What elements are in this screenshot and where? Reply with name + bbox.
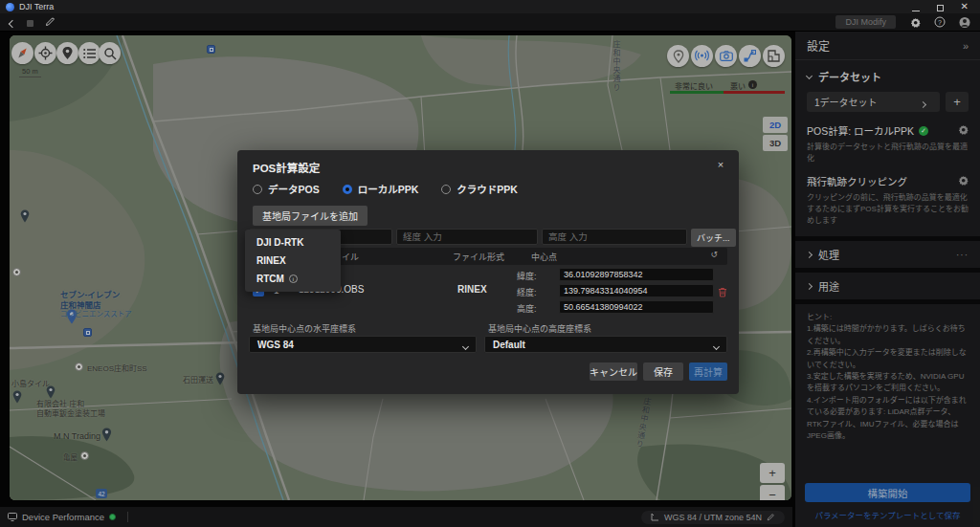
axes-icon	[651, 513, 659, 521]
maximize-button[interactable]	[937, 0, 944, 15]
close-dialog-button[interactable]: ×	[714, 158, 727, 171]
user-avatar-icon[interactable]	[959, 16, 970, 28]
back-button[interactable]	[10, 13, 15, 31]
top-toolbar: DJI Modify ?	[0, 13, 980, 32]
vertical-crs-label: 基地局中心点の高度座標系	[488, 322, 591, 335]
lon-label: 経度:	[517, 286, 537, 298]
vertical-crs-value: Default	[493, 340, 525, 350]
alt-label: 高度:	[517, 302, 537, 315]
longitude-input[interactable]	[396, 229, 538, 245]
dialog-title: POS計算設定	[253, 160, 320, 175]
close-window-button[interactable]: ✕	[961, 2, 969, 11]
dji-drtk-label: DJI D-RTK	[256, 237, 303, 248]
chevron-down-icon	[713, 343, 720, 350]
lat-label: 緯度:	[517, 270, 537, 282]
header-format: ファイル形式	[453, 251, 504, 263]
dropdown-item-rinex[interactable]: RINEX	[245, 252, 341, 270]
radio-cloud-ppk[interactable]: クラウドPPK	[441, 182, 518, 196]
radio-icon	[253, 185, 262, 194]
edit-icon[interactable]	[45, 13, 56, 31]
radio-local-ppk-label: ローカルPPK	[358, 182, 419, 196]
title-bar: DJI Terra ✕	[0, 0, 980, 13]
header-center: 中心点	[531, 251, 557, 263]
horizontal-crs-value: WGS 84	[257, 340, 294, 350]
device-performance[interactable]: Device Performance	[8, 512, 116, 522]
row-format: RINEX	[457, 284, 487, 295]
monitor-icon	[8, 513, 17, 521]
delete-row-icon[interactable]	[718, 284, 727, 301]
alt-value-input[interactable]	[559, 300, 714, 314]
recalculate-button[interactable]: 再計算	[689, 362, 727, 381]
rtcm-info-icon[interactable]: i	[289, 274, 298, 283]
dji-logo-icon	[6, 3, 14, 11]
minimize-button[interactable]	[912, 0, 920, 15]
base-station-type-dropdown: DJI D-RTK RINEX RTCM i	[245, 230, 341, 292]
lat-value-input[interactable]	[559, 268, 714, 281]
rtcm-label: RTCM	[256, 274, 284, 284]
help-icon[interactable]: ?	[934, 16, 946, 28]
edit-crs-icon[interactable]	[767, 513, 775, 521]
square-tool-icon[interactable]	[27, 13, 33, 31]
vertical-crs-select[interactable]: Default	[484, 336, 727, 353]
horizontal-crs-label: 基地局中心点の水平座標系	[253, 322, 356, 335]
horizontal-crs-select[interactable]: WGS 84	[249, 336, 477, 353]
radio-local-ppk[interactable]: ローカルPPK	[343, 182, 419, 196]
batch-button[interactable]: バッチ...	[691, 229, 736, 247]
crs-selector[interactable]: WGS 84 / UTM zone 54N	[641, 511, 785, 524]
radio-data-pos[interactable]: データPOS	[253, 182, 320, 196]
gear-icon[interactable]	[909, 16, 921, 28]
radio-icon	[441, 185, 451, 194]
dropdown-item-dji-drtk[interactable]: DJI D-RTK	[245, 233, 341, 252]
reset-history-icon[interactable]: ↺	[710, 250, 718, 259]
status-ok-icon	[109, 514, 116, 520]
dji-modify-button[interactable]: DJI Modify	[835, 15, 896, 29]
radio-selected-icon	[343, 185, 352, 194]
cancel-button[interactable]: キャンセル	[590, 362, 637, 381]
save-button[interactable]: 保存	[643, 362, 683, 381]
altitude-input[interactable]	[542, 229, 687, 245]
radio-cloud-ppk-label: クラウドPPK	[457, 182, 518, 196]
dropdown-item-rtcm[interactable]: RTCM i	[245, 270, 341, 288]
rinex-label: RINEX	[256, 255, 286, 266]
add-base-station-button[interactable]: 基地局ファイルを追加	[253, 206, 368, 226]
svg-text:?: ?	[938, 19, 942, 26]
crs-value: WGS 84 / UTM zone 54N	[664, 513, 762, 522]
window-title: DJI Terra	[19, 2, 54, 11]
chevron-down-icon	[462, 343, 469, 350]
device-performance-label: Device Performance	[22, 512, 104, 522]
pos-calc-dialog: POS計算設定 × データPOS ローカルPPK クラウドPPK 基地局ファイル…	[237, 150, 739, 394]
status-bar: Device Performance WGS 84 / UTM zone 54N	[0, 507, 792, 527]
divider	[127, 512, 128, 522]
lon-value-input[interactable]	[559, 284, 714, 297]
radio-data-pos-label: データPOS	[268, 182, 320, 196]
